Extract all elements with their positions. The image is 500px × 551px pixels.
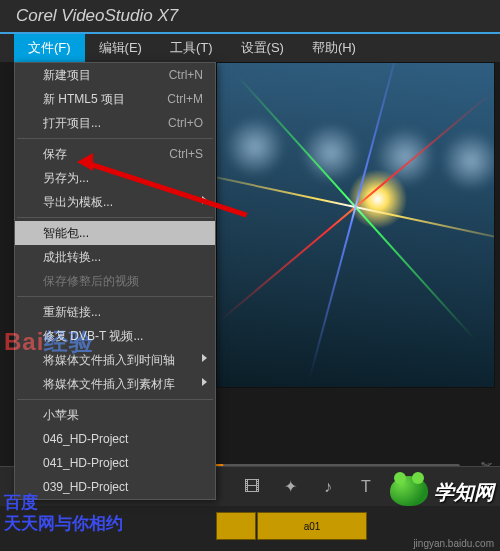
menu-item-new-html5[interactable]: 新 HTML5 项目 Ctrl+M xyxy=(15,87,215,111)
menu-separator xyxy=(17,138,213,139)
menu-item-open-project[interactable]: 打开项目... Ctrl+O xyxy=(15,111,215,135)
menu-item-label: 046_HD-Project xyxy=(43,432,128,446)
menu-item-label: 另存为... xyxy=(43,170,89,187)
watermark-blue: 百度 天天网与你相约 xyxy=(4,492,123,535)
menu-item-relink[interactable]: 重新链接... xyxy=(15,300,215,324)
timeline-clip[interactable] xyxy=(216,512,256,540)
menu-item-label: 将媒体文件插入到素材库 xyxy=(43,376,175,393)
menu-item-smart-package[interactable]: 智能包... xyxy=(15,221,215,245)
submenu-arrow-icon xyxy=(202,354,207,362)
menu-item-insert-library[interactable]: 将媒体文件插入到素材库 xyxy=(15,372,215,396)
file-menu-dropdown: 新建项目 Ctrl+N 新 HTML5 项目 Ctrl+M 打开项目... Ct… xyxy=(14,62,216,500)
menu-item-label: 保存修整后的视频 xyxy=(43,273,139,290)
submenu-arrow-icon xyxy=(202,196,207,204)
menu-help[interactable]: 帮助(H) xyxy=(298,34,370,62)
watermark-xuezhiwang: 学知网 xyxy=(388,472,494,506)
watermark-site: jingyan.baidu.com xyxy=(413,538,494,549)
title-icon[interactable]: T xyxy=(354,475,378,499)
menu-separator xyxy=(17,217,213,218)
menu-item-shortcut: Ctrl+O xyxy=(168,116,203,130)
menu-separator xyxy=(17,399,213,400)
menu-item-label: 保存 xyxy=(43,146,67,163)
transition-icon[interactable]: ✦ xyxy=(278,475,302,499)
menu-item-label: 成批转换... xyxy=(43,249,101,266)
menu-item-label: 新 HTML5 项目 xyxy=(43,91,125,108)
menu-item-save-trimmed: 保存修整后的视频 xyxy=(15,269,215,293)
app-title: Corel VideoStudio X7 xyxy=(16,6,178,26)
menu-item-label: 导出为模板... xyxy=(43,194,113,211)
timeline-clip[interactable]: a01 xyxy=(257,512,367,540)
menu-item-recent-1[interactable]: 小苹果 xyxy=(15,403,215,427)
menu-item-shortcut: Ctrl+M xyxy=(167,92,203,106)
menu-separator xyxy=(17,296,213,297)
menu-item-new-project[interactable]: 新建项目 Ctrl+N xyxy=(15,63,215,87)
menu-item-recent-3[interactable]: 041_HD-Project xyxy=(15,451,215,475)
menu-tools[interactable]: 工具(T) xyxy=(156,34,227,62)
menu-item-batch-convert[interactable]: 成批转换... xyxy=(15,245,215,269)
menu-item-label: 重新链接... xyxy=(43,304,101,321)
menu-settings[interactable]: 设置(S) xyxy=(227,34,298,62)
menu-item-label: 新建项目 xyxy=(43,67,91,84)
titlebar: Corel VideoStudio X7 xyxy=(0,0,500,34)
menu-item-recent-2[interactable]: 046_HD-Project xyxy=(15,427,215,451)
watermark-baidu: Bai经验 xyxy=(4,326,94,358)
menu-item-shortcut: Ctrl+S xyxy=(169,147,203,161)
menubar: 文件(F) 编辑(E) 工具(T) 设置(S) 帮助(H) xyxy=(0,34,500,62)
audio-icon[interactable]: ♪ xyxy=(316,475,340,499)
menu-item-label: 041_HD-Project xyxy=(43,456,128,470)
film-icon[interactable]: 🎞 xyxy=(240,475,264,499)
menu-item-save-as[interactable]: 另存为... xyxy=(15,166,215,190)
menu-item-label: 打开项目... xyxy=(43,115,101,132)
menu-item-label: 智能包... xyxy=(43,225,89,242)
submenu-arrow-icon xyxy=(202,378,207,386)
menu-item-export-template[interactable]: 导出为模板... xyxy=(15,190,215,214)
menu-item-label: 小苹果 xyxy=(43,407,79,424)
menu-item-save[interactable]: 保存 Ctrl+S xyxy=(15,142,215,166)
frog-icon xyxy=(388,472,430,506)
video-preview[interactable] xyxy=(216,62,495,388)
menu-item-shortcut: Ctrl+N xyxy=(169,68,203,82)
menu-edit[interactable]: 编辑(E) xyxy=(85,34,156,62)
menu-file[interactable]: 文件(F) xyxy=(14,34,85,62)
